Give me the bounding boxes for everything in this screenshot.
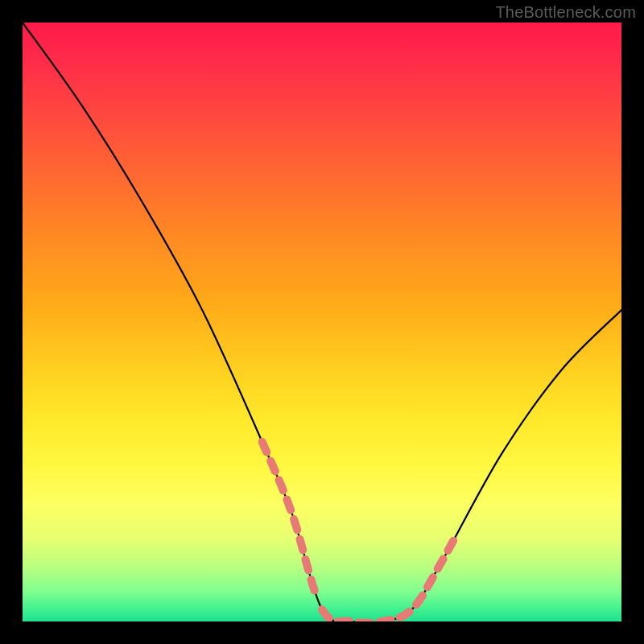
main-curve	[23, 23, 621, 621]
highlight-valley-dash	[322, 609, 394, 621]
curve-layer	[23, 23, 621, 621]
highlight-right-dash	[400, 540, 454, 617]
watermark-label: TheBottleneck.com	[495, 3, 636, 22]
chart-frame: TheBottleneck.com	[0, 0, 644, 644]
highlight-left-dash	[262, 442, 316, 596]
plot-area	[23, 23, 621, 621]
highlight-segments	[262, 442, 454, 621]
